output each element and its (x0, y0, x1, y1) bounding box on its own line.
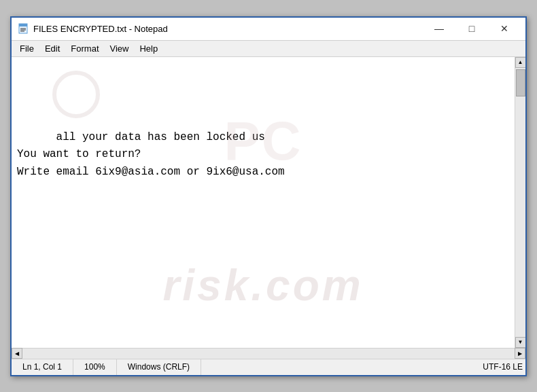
window-title: FILES ENCRYPTED.txt - Notepad (33, 24, 423, 34)
bottom-area: ◀ ▶ Ln 1, Col 1 100% Windows (CRLF) UTF-… (12, 348, 525, 375)
status-bar: Ln 1, Col 1 100% Windows (CRLF) UTF-16 L… (12, 359, 525, 375)
scroll-track-v[interactable] (515, 68, 525, 337)
zoom-level: 100% (73, 359, 117, 375)
horizontal-scrollbar[interactable]: ◀ ▶ (12, 348, 525, 359)
vertical-scrollbar[interactable]: ▲ ▼ (515, 57, 525, 348)
svg-rect-1 (19, 24, 27, 26)
encoding: UTF-16 LE (472, 359, 525, 375)
menu-format[interactable]: Format (65, 41, 104, 56)
menu-edit[interactable]: Edit (39, 41, 65, 56)
maximize-button[interactable]: □ (456, 18, 487, 39)
text-editor[interactable]: PC risk.com all your data has been locke… (12, 57, 515, 348)
line-ending: Windows (CRLF) (117, 359, 201, 375)
app-icon (17, 22, 29, 35)
scroll-right-arrow[interactable]: ▶ (515, 348, 525, 359)
title-bar: FILES ENCRYPTED.txt - Notepad — □ ✕ (12, 18, 525, 41)
notepad-window: FILES ENCRYPTED.txt - Notepad — □ ✕ File… (10, 16, 527, 376)
editor-text: all your data has been locked us You wan… (17, 131, 285, 178)
window-controls: — □ ✕ (423, 18, 520, 39)
minimize-button[interactable]: — (423, 18, 455, 39)
scroll-up-arrow[interactable]: ▲ (515, 57, 526, 68)
watermark-circle (52, 71, 100, 118)
menu-bar: File Edit Format View Help (12, 41, 525, 57)
close-button[interactable]: ✕ (489, 18, 520, 39)
cursor-position: Ln 1, Col 1 (12, 359, 73, 375)
scroll-down-arrow[interactable]: ▼ (515, 337, 526, 348)
scroll-track-h[interactable] (22, 349, 515, 359)
menu-view[interactable]: View (105, 41, 135, 56)
watermark-bottom: risk.com (162, 251, 363, 320)
scroll-left-arrow[interactable]: ◀ (12, 348, 22, 359)
scroll-thumb-v[interactable] (516, 69, 525, 96)
editor-area: PC risk.com all your data has been locke… (12, 57, 525, 348)
menu-file[interactable]: File (14, 41, 39, 56)
menu-help[interactable]: Help (134, 41, 163, 56)
